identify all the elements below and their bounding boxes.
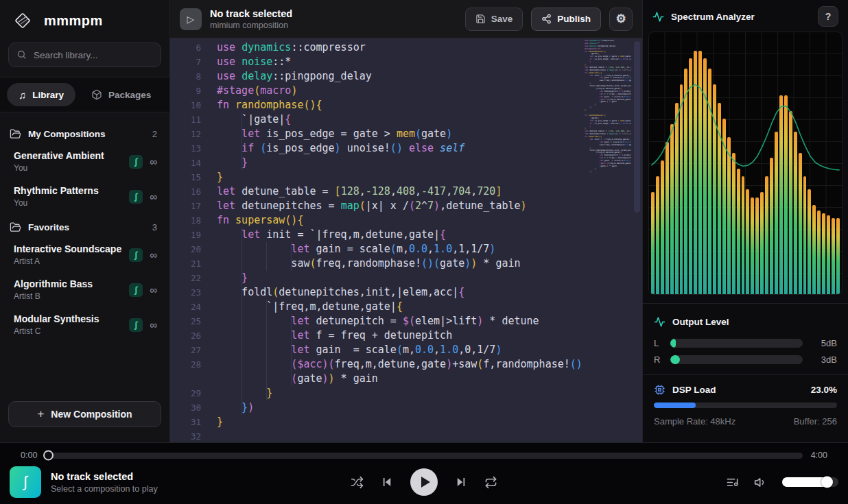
code-line[interactable]: 19let init = `|freq,m,detune,gate|{ — [170, 228, 642, 242]
new-composition-button[interactable]: + New Composition — [8, 401, 161, 427]
shuffle-button[interactable] — [351, 476, 364, 489]
composition-title: Generative Ambient — [14, 150, 123, 161]
composition-list-item[interactable]: Generative Ambient You ∫ ∞ — [10, 144, 160, 179]
library-section-header[interactable]: Favorites 3 — [10, 217, 160, 237]
code-line[interactable]: 22} — [170, 271, 642, 285]
header-play-button[interactable]: ▷ — [180, 8, 202, 30]
code-line[interactable]: (gate)) * gain — [170, 372, 642, 386]
line-number: 13 — [170, 141, 201, 156]
app-logo: mmmpm — [0, 0, 169, 40]
seek-handle[interactable] — [43, 451, 54, 461]
channel-label: R — [654, 355, 663, 365]
new-composition-label: New Composition — [51, 409, 132, 420]
code-line[interactable]: 17let detunepitches = map(|x| x /(2^7),d… — [170, 199, 642, 213]
code-line[interactable]: 27let gain = scale(m,0.0,1.0,0,1/7) — [170, 343, 642, 357]
play-icon — [421, 477, 430, 488]
code-line[interactable]: 8use delay::pingpong_delay — [170, 69, 642, 84]
composition-artist: You — [14, 163, 123, 173]
dsp-load-value: 23.0% — [811, 385, 837, 395]
settings-button[interactable]: ⚙ — [609, 8, 633, 31]
composition-list-item[interactable]: Modular Synthesis Artist C ∫ ∞ — [10, 307, 160, 342]
publish-label: Publish — [557, 14, 591, 24]
code-line[interactable]: 25let detunepitch = $(elem|>lift) * detu… — [170, 314, 642, 328]
play-button[interactable] — [410, 468, 438, 496]
indent-guide — [291, 314, 292, 328]
line-number: 18 — [170, 213, 201, 228]
code-line[interactable]: 11`|gate|{ — [170, 112, 642, 127]
line-number: 16 — [170, 184, 201, 199]
buffer-label: Buffer: 256 — [794, 416, 837, 427]
code-line[interactable]: 21saw(freq,randomphase!()(gate)) * gain — [170, 256, 642, 271]
volume-handle[interactable] — [821, 477, 833, 488]
line-number: 15 — [170, 170, 201, 184]
track-subtitle: mimium composition — [210, 21, 457, 30]
volume-icon[interactable] — [754, 476, 767, 489]
infinity-icon: ∞ — [148, 284, 158, 296]
code-line[interactable]: 23foldl(detunepitches,init,|elem,acc|{ — [170, 285, 642, 300]
gear-icon: ⚙ — [615, 12, 626, 26]
plus-icon: + — [37, 407, 44, 421]
code-line[interactable]: 6use dynamics::compressor — [170, 40, 642, 55]
library-section-header[interactable]: My Compositions 2 — [10, 123, 160, 144]
line-number: 12 — [170, 127, 201, 141]
indent-guide — [291, 242, 292, 256]
code-line[interactable]: 12let is_pos_edge = gate > mem(gate) — [170, 127, 642, 141]
previous-button[interactable] — [381, 476, 393, 488]
code-line[interactable]: 20let gain = scale(m,0.0,1.0,1,1/7) — [170, 242, 642, 256]
code-line[interactable]: 26let f = freq + detunepitch — [170, 328, 642, 343]
queue-icon[interactable] — [726, 476, 739, 489]
code-line[interactable]: 7use noise::* — [170, 55, 642, 69]
editor-minimap[interactable]: use dynamics::compressoruse noise::*use … — [585, 40, 631, 442]
code-line[interactable]: 15} — [170, 170, 642, 184]
channel-label: L — [654, 338, 663, 348]
code-line[interactable]: 16let detune_table = [128,-128,408,-417,… — [170, 184, 642, 199]
code-line[interactable]: 9#stage(macro) — [170, 84, 642, 98]
composition-title: Interactive Soundscape — [14, 243, 123, 254]
indent-guide — [266, 256, 267, 271]
player-controls: ∫ No track selected Select a composition… — [0, 461, 848, 503]
editor-header: ▷ No track selected mimium composition S… — [170, 0, 642, 38]
search-input[interactable] — [8, 43, 161, 67]
line-number: 6 — [170, 40, 201, 55]
track-title: No track selected — [210, 8, 457, 19]
tab-packages-label: Packages — [108, 90, 151, 100]
infinity-icon: ∞ — [148, 319, 158, 331]
tab-library[interactable]: ♫ Library — [7, 83, 75, 106]
publish-button[interactable]: Publish — [531, 8, 601, 31]
code-line[interactable]: 32 — [170, 429, 642, 442]
code-line[interactable]: 30}) — [170, 400, 642, 415]
indent-guide — [291, 328, 292, 343]
activity-icon — [652, 11, 664, 23]
composition-list-item[interactable]: Rhythmic Patterns You ∫ ∞ — [10, 179, 160, 214]
tab-packages[interactable]: Packages — [80, 83, 163, 106]
library-list: My Compositions 2 Generative Ambient You… — [0, 112, 169, 392]
line-number: 14 — [170, 156, 201, 170]
section-count: 3 — [152, 222, 160, 232]
now-playing: ∫ No track selected Select a composition… — [10, 466, 351, 498]
code-line[interactable]: 13if (is_pos_edge) unoise!() else self — [170, 141, 642, 156]
code-line[interactable]: 31} — [170, 415, 642, 429]
editor-scrollbar[interactable] — [634, 41, 640, 213]
help-button[interactable]: ? — [818, 6, 838, 27]
cpu-icon — [654, 384, 666, 396]
elapsed-time: 0:00 — [21, 451, 37, 460]
code-line[interactable]: 10fn randomphase(){ — [170, 98, 642, 112]
seek-bar[interactable] — [45, 453, 802, 459]
mimium-badge-icon: ∫ — [129, 283, 143, 297]
next-button[interactable] — [455, 476, 467, 488]
save-button[interactable]: Save — [465, 8, 523, 31]
code-line[interactable]: 14} — [170, 156, 642, 170]
volume-slider[interactable] — [782, 477, 838, 487]
main-row: mmmpm ♫ Library — [0, 0, 848, 442]
composition-list-item[interactable]: Interactive Soundscape Artist A ∫ ∞ — [10, 237, 160, 272]
indent-guide — [242, 228, 242, 242]
code-line[interactable]: 28($acc)(freq,m,detune,gate)+saw(f,rando… — [170, 357, 642, 372]
indent-guide — [291, 357, 292, 372]
composition-list-item[interactable]: Algorithmic Bass Artist B ∫ ∞ — [10, 272, 160, 307]
code-line[interactable]: 29} — [170, 386, 642, 400]
code-line[interactable]: 18fn supersaw(){ — [170, 213, 642, 228]
line-number: 10 — [170, 98, 201, 112]
repeat-button[interactable] — [484, 476, 497, 489]
code-line[interactable]: 24`|freq,m,detune,gate|{ — [170, 300, 642, 314]
code-editor[interactable]: 6use dynamics::compressor7use noise::*8u… — [170, 38, 642, 442]
